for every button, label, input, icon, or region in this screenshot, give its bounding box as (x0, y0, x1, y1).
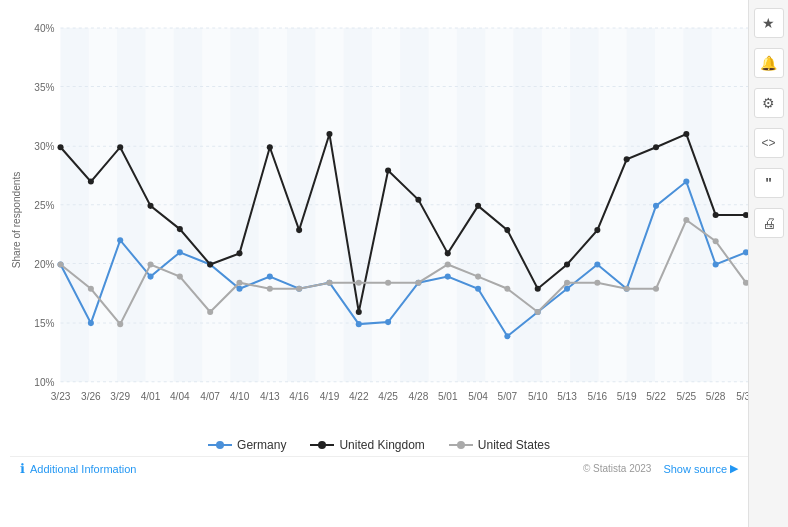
svg-point-81 (207, 261, 213, 267)
legend-item-us: United States (449, 438, 550, 452)
svg-point-101 (88, 286, 94, 292)
legend-label-uk: United Kingdom (339, 438, 424, 452)
svg-point-80 (177, 226, 183, 232)
svg-text:25%: 25% (34, 200, 54, 211)
print-button[interactable]: 🖨 (754, 208, 784, 238)
share-icon: <> (761, 136, 775, 150)
gear-icon: ⚙ (762, 95, 775, 111)
main-container: 10% 15% 20% 25% 30% 35% 40% Share of res… (0, 0, 788, 527)
show-source-label: Show source (663, 463, 727, 475)
svg-text:4/01: 4/01 (141, 391, 161, 402)
svg-point-113 (445, 261, 451, 267)
svg-point-106 (236, 280, 242, 286)
additional-info-link[interactable]: ℹ Additional Information (20, 461, 136, 476)
svg-point-125 (216, 441, 224, 449)
print-icon: 🖨 (762, 215, 776, 231)
germany-legend-line (208, 440, 232, 450)
svg-text:5/07: 5/07 (498, 391, 518, 402)
svg-text:4/13: 4/13 (260, 391, 280, 402)
svg-point-111 (385, 280, 391, 286)
show-source-icon: ▶ (730, 462, 738, 475)
svg-text:5/16: 5/16 (588, 391, 608, 402)
svg-text:4/28: 4/28 (409, 391, 429, 402)
chart-wrapper: 10% 15% 20% 25% 30% 35% 40% Share of res… (10, 10, 748, 430)
bookmark-icon: ★ (762, 15, 775, 31)
svg-point-85 (326, 131, 332, 137)
svg-point-62 (356, 321, 362, 327)
copyright: © Statista 2023 (583, 463, 652, 474)
svg-text:5/01: 5/01 (438, 391, 458, 402)
svg-point-122 (713, 238, 719, 244)
settings-button[interactable]: ⚙ (754, 88, 784, 118)
svg-point-55 (147, 274, 153, 280)
cite-button[interactable]: " (754, 168, 784, 198)
svg-text:3/29: 3/29 (110, 391, 130, 402)
svg-text:3/26: 3/26 (81, 391, 101, 402)
legend-label-us: United States (478, 438, 550, 452)
svg-point-73 (683, 179, 689, 185)
svg-point-108 (296, 286, 302, 292)
svg-text:4/25: 4/25 (378, 391, 398, 402)
svg-point-104 (177, 274, 183, 280)
svg-point-117 (564, 280, 570, 286)
info-icon: ℹ (20, 461, 25, 476)
chart-legend: Germany United Kingdom United States (10, 430, 748, 456)
svg-point-58 (236, 286, 242, 292)
svg-point-92 (535, 286, 541, 292)
share-button[interactable]: <> (754, 128, 784, 158)
svg-point-89 (445, 250, 451, 256)
svg-point-120 (653, 286, 659, 292)
svg-text:35%: 35% (34, 82, 54, 93)
svg-point-69 (564, 286, 570, 292)
svg-text:10%: 10% (34, 377, 54, 388)
svg-point-121 (683, 217, 689, 223)
sidebar: ★ 🔔 ⚙ <> " 🖨 (748, 0, 788, 527)
svg-point-53 (88, 320, 94, 326)
svg-point-94 (594, 227, 600, 233)
svg-text:5/13: 5/13 (557, 391, 577, 402)
svg-text:4/07: 4/07 (200, 391, 220, 402)
svg-point-54 (117, 237, 123, 243)
svg-point-119 (624, 286, 630, 292)
svg-text:3/23: 3/23 (51, 391, 71, 402)
svg-point-90 (475, 203, 481, 209)
svg-point-114 (475, 274, 481, 280)
svg-point-88 (415, 197, 421, 203)
svg-point-110 (356, 280, 362, 286)
svg-point-103 (147, 261, 153, 267)
additional-info-label: Additional Information (30, 463, 136, 475)
bookmark-button[interactable]: ★ (754, 8, 784, 38)
chart-area: 10% 15% 20% 25% 30% 35% 40% Share of res… (0, 0, 748, 527)
svg-point-63 (385, 319, 391, 325)
svg-text:5/04: 5/04 (468, 391, 488, 402)
svg-text:20%: 20% (34, 259, 54, 270)
svg-point-84 (296, 227, 302, 233)
svg-point-83 (267, 144, 273, 150)
svg-text:5/22: 5/22 (646, 391, 666, 402)
svg-point-74 (713, 261, 719, 267)
svg-point-102 (117, 321, 123, 327)
svg-text:5/28: 5/28 (706, 391, 726, 402)
legend-label-germany: Germany (237, 438, 286, 452)
svg-point-105 (207, 309, 213, 315)
svg-text:4/19: 4/19 (320, 391, 340, 402)
us-legend-line (449, 440, 473, 450)
svg-point-107 (267, 286, 273, 292)
svg-point-96 (653, 144, 659, 150)
svg-point-65 (445, 274, 451, 280)
svg-point-91 (504, 227, 510, 233)
svg-text:4/16: 4/16 (289, 391, 309, 402)
svg-point-129 (457, 441, 465, 449)
show-source-link[interactable]: Show source ▶ (663, 462, 738, 475)
svg-point-56 (177, 249, 183, 255)
legend-item-germany: Germany (208, 438, 286, 452)
svg-text:5/10: 5/10 (528, 391, 548, 402)
svg-point-95 (624, 156, 630, 162)
svg-text:4/10: 4/10 (230, 391, 250, 402)
svg-text:4/04: 4/04 (170, 391, 190, 402)
svg-text:5/19: 5/19 (617, 391, 637, 402)
quote-icon: " (765, 175, 772, 191)
bell-icon: 🔔 (760, 55, 777, 71)
svg-point-86 (356, 309, 362, 315)
notification-button[interactable]: 🔔 (754, 48, 784, 78)
